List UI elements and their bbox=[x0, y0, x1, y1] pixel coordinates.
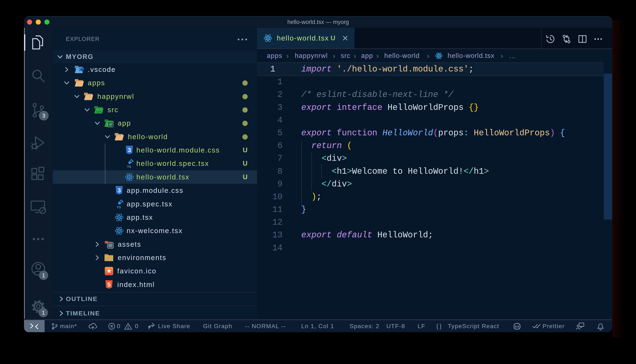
svg-text:TS: TS bbox=[127, 165, 131, 168]
svg-text:5: 5 bbox=[107, 281, 111, 288]
svg-text:TS: TS bbox=[117, 205, 121, 208]
svg-text:</>: </> bbox=[96, 110, 101, 114]
svg-text:3: 3 bbox=[128, 147, 131, 153]
svg-text:3: 3 bbox=[117, 187, 121, 194]
